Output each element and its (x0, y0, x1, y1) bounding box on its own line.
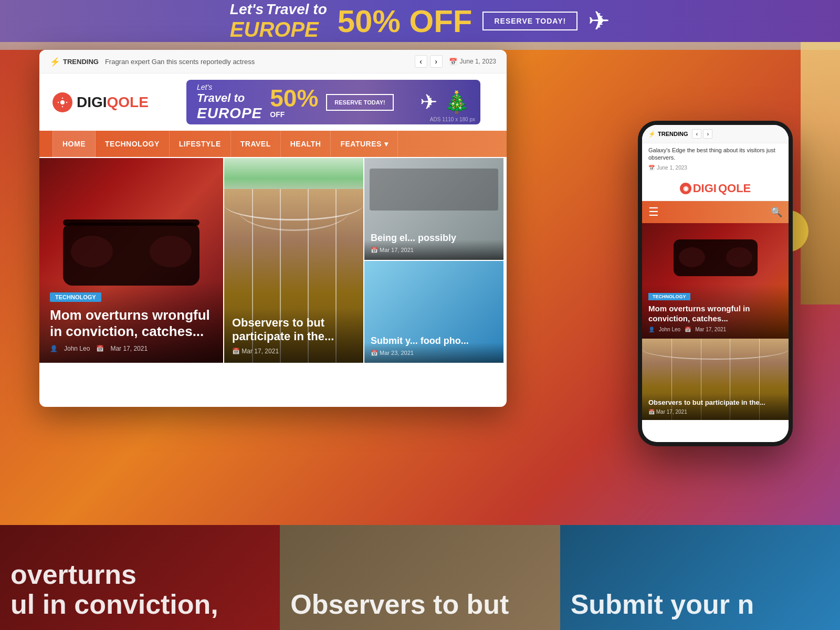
banner-travel-text: Travel to (266, 1, 327, 17)
submit-date: Mar 23, 2021 (380, 350, 414, 356)
phone-bolt-icon: ⚡ (648, 131, 656, 138)
phone-main-meta: 👤 John Leo 📅 Mar 17, 2021 (648, 327, 782, 332)
submit-card-background: Submit y... food pho... 📅 Mar 23, 2021 (364, 261, 503, 363)
phone-trending-content: Galaxy's Edge the best thing about its v… (642, 143, 789, 165)
phone-track-background: Observers to but participate in the... 📅… (642, 339, 789, 420)
phone-track-meta: 📅 Mar 17, 2021 (648, 409, 782, 415)
bottom-article-vr-text: overturns ul in conviction, (10, 560, 269, 620)
ad-percent-block: 50% OFF (270, 86, 318, 119)
ad-percent: 50% (270, 86, 318, 110)
being-overlay: Being el... possibly 📅 Mar 17, 2021 (364, 226, 503, 260)
being-article-title: Being el... possibly (371, 233, 497, 244)
main-article-title: Mom overturns wrongful in conviction, ca… (50, 307, 213, 340)
phone-menu-button[interactable]: ☰ (648, 205, 659, 219)
phone-track-article[interactable]: Observers to but participate in the... 📅… (642, 339, 789, 420)
being-cal-icon: 📅 (371, 247, 378, 253)
phone-trending-nav: ‹ › (692, 129, 712, 139)
center-article-card[interactable]: Observers to but participate in the... 📅… (224, 158, 363, 363)
submit-cal-icon: 📅 (371, 350, 378, 356)
banner-reserve-button[interactable]: RESERVE TODAY! (482, 12, 578, 30)
author-name: John Leo (64, 345, 90, 352)
phone-trending-label: ⚡ TRENDING (648, 131, 688, 138)
ad-travel: Travel to (197, 91, 262, 105)
banner-percent: 50% OFF (338, 3, 472, 39)
svg-point-0 (60, 100, 65, 104)
article-date: Mar 17, 2021 (110, 345, 148, 352)
ad-size-label: ADS 1110 x 180 px (430, 117, 475, 122)
bottom-article-submit-text: Submit your n (571, 590, 830, 620)
phone-author-icon: 👤 (648, 327, 655, 332)
banner-text-block: Let's Travel to EUROPE (230, 1, 327, 41)
being-article-card[interactable]: Being el... possibly 📅 Mar 17, 2021 (364, 158, 503, 260)
submit-article-title: Submit y... food pho... (371, 335, 497, 346)
logo-section: DIGIQOLE (52, 92, 149, 112)
bottom-article-submit: Submit your n (560, 525, 840, 630)
trending-prev-button[interactable]: ‹ (415, 55, 427, 68)
nav-home[interactable]: HOME (52, 131, 96, 157)
nav-lifestyle[interactable]: LIFESTYLE (170, 131, 231, 157)
nav-health[interactable]: HEALTH (281, 131, 331, 157)
phone-logo-icon-text: ◉ DIGIQOLE (680, 182, 751, 195)
submit-article-meta: 📅 Mar 23, 2021 (371, 350, 497, 356)
main-article-meta: 👤 John Leo 📅 Mar 17, 2021 (50, 345, 213, 352)
phone-author: John Leo (659, 327, 680, 332)
main-browser-window: ⚡ TRENDING Fragran expert Gan this scent… (39, 50, 507, 407)
ad-banner-text: Let's Travel to EUROPE (197, 83, 262, 122)
phone-logo-area: ◉ DIGIQOLE (642, 175, 789, 201)
calendar-icon-small: 📅 (96, 345, 104, 352)
logo-gear-icon (56, 96, 69, 109)
phone-vr-overlay: TECHNOLOGY Mom overturns wrongful in con… (642, 285, 789, 339)
trending-text: Fragran expert Gan this scents reportedl… (105, 58, 408, 66)
ad-europe: EUROPE (197, 105, 262, 122)
navigation-bar: HOME TECHNOLOGY LIFESTYLE TRAVEL HEALTH … (39, 131, 507, 157)
bolt-icon: ⚡ (50, 57, 60, 67)
phone-track-overlay: Observers to but participate in the... 📅… (642, 393, 789, 420)
track-article-title: Observers to but participate in the... (232, 316, 355, 343)
phone-vr-headset (674, 239, 758, 276)
phone-logo-icon: ◉ (680, 183, 691, 194)
track-card-background: Observers to but participate in the... 📅… (224, 158, 363, 363)
being-date: Mar 17, 2021 (380, 247, 414, 253)
phone-vr-background: TECHNOLOGY Mom overturns wrongful in con… (642, 223, 789, 339)
phone-cal-icon: 📅 (648, 165, 655, 171)
phone-tech-badge: TECHNOLOGY (648, 293, 690, 300)
phone-date-text: June 1, 2023 (657, 165, 687, 171)
phone-logo[interactable]: ◉ DIGIQOLE (680, 180, 751, 195)
phone-trending-prev[interactable]: ‹ (692, 129, 701, 139)
banner-lets-text: Let's (230, 1, 264, 17)
bottom-article-track-text: Observers to but (290, 590, 549, 620)
logo-accent: QOLE (107, 94, 149, 110)
calendar-icon: 📅 (449, 58, 457, 66)
ad-banner[interactable]: Let's Travel to EUROPE 50% OFF RESERVE T… (186, 80, 480, 124)
nav-features[interactable]: FEATURES ▾ (331, 131, 398, 157)
article-grid: TECHNOLOGY Mom overturns wrongful in con… (39, 158, 507, 363)
phone-main-article[interactable]: TECHNOLOGY Mom overturns wrongful in con… (642, 223, 789, 339)
ad-reserve-button[interactable]: RESERVE TODAY! (326, 94, 393, 111)
phone-trending-bar: ⚡ TRENDING ‹ › (642, 125, 789, 143)
phone-logo-accent: QOLE (718, 182, 751, 195)
phone-track-title: Observers to but participate in the... (648, 398, 782, 406)
submit-overlay: Submit y... food pho... 📅 Mar 23, 2021 (364, 329, 503, 363)
banner-content: Let's Travel to EUROPE 50% OFF RESERVE T… (230, 1, 610, 41)
submit-article-card[interactable]: Submit y... food pho... 📅 Mar 23, 2021 (364, 261, 503, 363)
phone-mockup: ⚡ TRENDING ‹ › Galaxy's Edge the best th… (638, 121, 793, 446)
trending-label-text: TRENDING (63, 58, 99, 66)
being-article-meta: 📅 Mar 17, 2021 (371, 247, 497, 254)
trending-label: ⚡ TRENDING (50, 57, 99, 67)
phone-main-title: Mom overturns wrongful in conviction, ca… (648, 303, 782, 324)
track-cal-icon: 📅 (232, 348, 240, 355)
track-overlay: Observers to but participate in the... 📅… (224, 308, 363, 363)
ad-plane-icon: ✈ 🎄 (420, 90, 470, 114)
main-article-card[interactable]: TECHNOLOGY Mom overturns wrongful in con… (39, 158, 223, 363)
logo-icon (52, 92, 72, 112)
nav-technology[interactable]: TECHNOLOGY (96, 131, 170, 157)
phone-trending-next[interactable]: › (703, 129, 712, 139)
trending-next-button[interactable]: › (430, 55, 443, 68)
bottom-article-vr: overturns ul in conviction, (0, 525, 280, 630)
phone-search-button[interactable]: 🔍 (771, 206, 782, 218)
phone-trending-text-label: TRENDING (658, 131, 688, 137)
logo-ad-area: DIGIQOLE Let's Travel to EUROPE 50% OFF … (39, 74, 507, 131)
bottom-blur-articles: overturns ul in conviction, Observers to… (0, 525, 840, 630)
site-logo[interactable]: DIGIQOLE (52, 92, 149, 112)
nav-travel[interactable]: TRAVEL (231, 131, 281, 157)
